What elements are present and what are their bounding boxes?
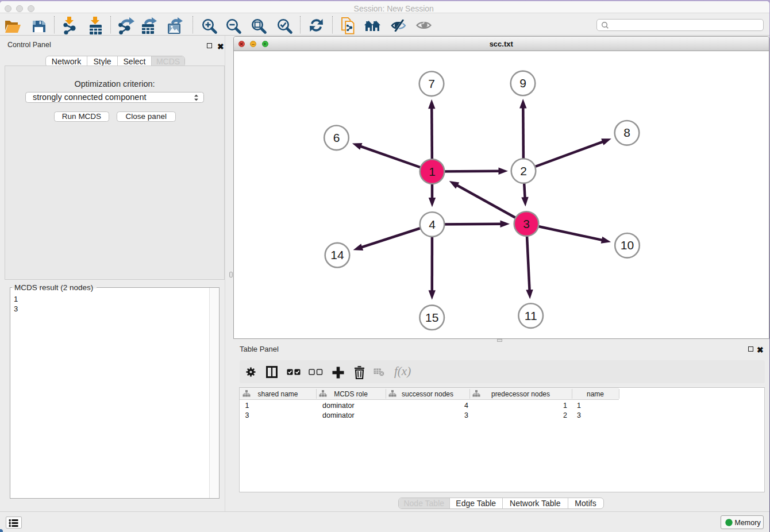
svg-text:10: 10 <box>621 238 634 252</box>
svg-text:11: 11 <box>525 309 537 322</box>
svg-text:2: 2 <box>520 164 527 178</box>
svg-text:6: 6 <box>333 131 340 144</box>
svg-text:4: 4 <box>429 218 436 231</box>
svg-text:1: 1 <box>429 165 436 178</box>
svg-text:14: 14 <box>330 248 344 261</box>
svg-text:7: 7 <box>428 77 435 90</box>
svg-text:8: 8 <box>623 126 630 139</box>
svg-text:15: 15 <box>425 311 438 324</box>
svg-text:3: 3 <box>523 217 530 230</box>
svg-text:9: 9 <box>519 76 526 90</box>
